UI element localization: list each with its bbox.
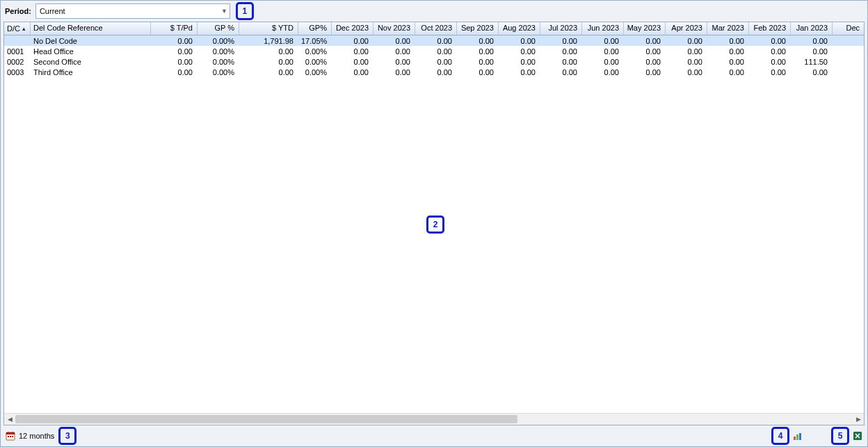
cell-ref: Third Office (31, 67, 151, 77)
col-month-oct2023[interactable]: Oct 2023 (415, 22, 457, 35)
scroll-track[interactable] (15, 415, 853, 423)
callout-4: 4 (771, 427, 789, 445)
col-month-dec2023[interactable]: Dec 2023 (332, 22, 373, 35)
col-gpp[interactable]: GP% (298, 22, 332, 35)
cell-gp: 0.00% (198, 67, 239, 77)
cell-month-3: 0.00 (457, 56, 499, 67)
callout-1: 1 (236, 2, 254, 20)
cell-month-0: 0.00 (332, 56, 373, 67)
cell-month-3: 0.00 (457, 67, 499, 77)
col-gp[interactable]: GP % (198, 22, 239, 35)
col-ytd[interactable]: $ YTD (239, 22, 298, 35)
cell-month-10: 0.00 (749, 35, 791, 46)
col-dc[interactable]: D/C ▴ (4, 22, 31, 35)
cell-gpp: 0.00% (298, 46, 332, 56)
cell-filler (833, 67, 864, 77)
table-row[interactable]: 0002Second Office0.000.00%0.000.00%0.000… (4, 56, 864, 67)
cell-month-5: 0.00 (540, 67, 582, 77)
svg-rect-4 (8, 436, 9, 437)
col-month-jul2023[interactable]: Jul 2023 (540, 22, 582, 35)
cell-month-1: 0.00 (373, 67, 415, 77)
table-row[interactable]: 0001Head Office0.000.00%0.000.00%0.000.0… (4, 46, 864, 56)
cell-month-9: 0.00 (707, 35, 749, 46)
cell-gp: 0.00% (198, 46, 239, 56)
col-month-nov2023[interactable]: Nov 2023 (373, 22, 415, 35)
col-month-feb2023[interactable]: Feb 2023 (749, 22, 791, 35)
cell-month-11: 0.00 (791, 46, 833, 56)
cell-tpd: 0.00 (151, 35, 198, 46)
cell-month-11: 111.50 (791, 56, 833, 67)
callout-5: 5 (831, 427, 849, 445)
cell-ref: No Del Code (31, 35, 151, 46)
calendar-icon[interactable] (5, 430, 16, 441)
cell-filler (833, 56, 864, 67)
scroll-thumb[interactable] (15, 415, 517, 423)
chevron-down-icon: ▼ (221, 8, 227, 15)
svg-rect-6 (12, 436, 13, 437)
col-month-jun2023[interactable]: Jun 2023 (582, 22, 624, 35)
svg-rect-5 (10, 436, 11, 437)
cell-month-1: 0.00 (373, 35, 415, 46)
cell-month-9: 0.00 (707, 67, 749, 77)
grid-body: No Del Code0.000.00%1,791.9817.05%0.000.… (4, 35, 864, 413)
cell-month-11: 0.00 (791, 67, 833, 77)
col-month-apr2023[interactable]: Apr 2023 (666, 22, 707, 35)
col-month-overflow[interactable]: Dec (833, 22, 864, 35)
app-window: Period: Current ▼ 1 D/C ▴ Del Code Refer… (0, 0, 868, 447)
cell-ref: Second Office (31, 56, 151, 67)
col-dc-label: D/C (7, 24, 20, 34)
scroll-right-icon[interactable]: ▶ (853, 414, 864, 424)
cell-month-1: 0.00 (373, 56, 415, 67)
col-month-may2023[interactable]: May 2023 (624, 22, 666, 35)
table-row[interactable]: No Del Code0.000.00%1,791.9817.05%0.000.… (4, 35, 864, 46)
cell-ytd: 1,791.98 (239, 35, 298, 46)
cell-month-7: 0.00 (624, 46, 666, 56)
cell-filler (833, 46, 864, 56)
cell-month-11: 0.00 (791, 35, 833, 46)
excel-export-icon[interactable] (852, 430, 863, 441)
cell-gp: 0.00% (198, 56, 239, 67)
cell-gpp: 17.05% (298, 35, 332, 46)
cell-month-2: 0.00 (415, 46, 457, 56)
scroll-left-icon[interactable]: ◀ (4, 414, 15, 424)
svg-rect-9 (799, 433, 801, 440)
period-value: Current (40, 7, 65, 15)
table-row[interactable]: 0003Third Office0.000.00%0.000.00%0.000.… (4, 67, 864, 77)
cell-month-2: 0.00 (415, 35, 457, 46)
cell-month-5: 0.00 (540, 56, 582, 67)
svg-rect-7 (794, 437, 796, 440)
svg-rect-8 (796, 434, 798, 440)
horizontal-scrollbar[interactable]: ◀ ▶ (4, 413, 864, 425)
months-label[interactable]: 12 months (19, 432, 54, 440)
grid-header: D/C ▴ Del Code Reference $ T/Pd GP % $ Y… (4, 22, 864, 35)
cell-month-6: 0.00 (582, 46, 624, 56)
cell-month-10: 0.00 (749, 56, 791, 67)
cell-tpd: 0.00 (151, 46, 198, 56)
bar-chart-icon[interactable] (792, 430, 803, 441)
cell-gp: 0.00% (198, 35, 239, 46)
cell-month-4: 0.00 (499, 35, 540, 46)
cell-month-3: 0.00 (457, 35, 499, 46)
cell-month-5: 0.00 (540, 35, 582, 46)
cell-month-6: 0.00 (582, 35, 624, 46)
col-month-jan2023[interactable]: Jan 2023 (791, 22, 833, 35)
col-tpd[interactable]: $ T/Pd (151, 22, 198, 35)
col-month-aug2023[interactable]: Aug 2023 (499, 22, 540, 35)
cell-gpp: 0.00% (298, 67, 332, 77)
period-select[interactable]: Current ▼ (35, 3, 230, 19)
cell-month-2: 0.00 (415, 56, 457, 67)
col-ref[interactable]: Del Code Reference (31, 22, 151, 35)
col-month-mar2023[interactable]: Mar 2023 (707, 22, 749, 35)
callout-3: 3 (58, 427, 77, 445)
col-month-sep2023[interactable]: Sep 2023 (457, 22, 499, 35)
cell-gpp: 0.00% (298, 56, 332, 67)
cell-month-0: 0.00 (332, 35, 373, 46)
cell-month-1: 0.00 (373, 46, 415, 56)
callout-2: 2 (426, 216, 444, 234)
cell-month-8: 0.00 (666, 56, 707, 67)
cell-month-9: 0.00 (707, 56, 749, 67)
cell-month-8: 0.00 (666, 67, 707, 77)
cell-tpd: 0.00 (151, 56, 198, 67)
cell-month-4: 0.00 (499, 56, 540, 67)
svg-rect-1 (6, 432, 15, 434)
